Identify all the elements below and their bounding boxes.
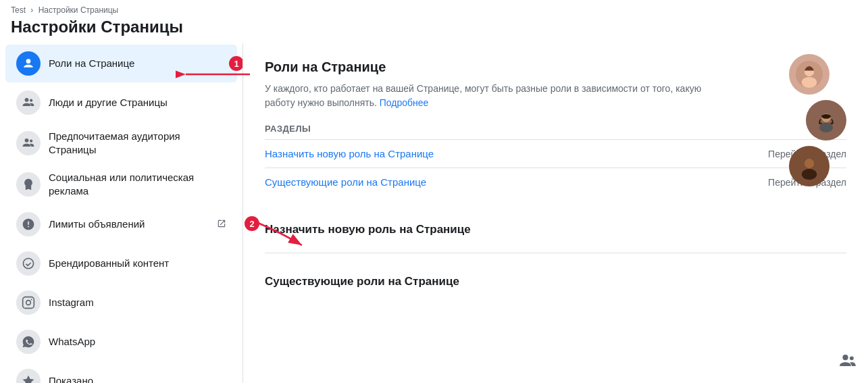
page-title: Настройки Страницы [0,16,868,43]
sidebar-label-whatsapp: WhatsApp [49,335,95,349]
content-description: У каждого, кто работает на вашей Страниц… [265,82,725,110]
avatars-row-1 [789,54,829,95]
badge-2-container: 2 [245,216,259,231]
svg-point-19 [805,159,814,168]
content-area: Роли на Странице У каждого, кто работает… [243,43,868,383]
content-block-1: Существующие роли на Странице [265,275,846,288]
sidebar-item-people-pages[interactable]: Люди и другие Страницы [5,84,237,122]
sidebar-icon-political-ads [16,172,41,197]
sidebar-label-preferred-audience: Предпочитаемая аудитория Страницы [49,130,226,156]
content-title: Роли на Странице [265,59,725,75]
svg-point-13 [819,123,833,132]
sidebar-label-branded-content: Брендированный контент [49,257,169,270]
sidebar-item-political-ads[interactable]: Социальная или политическая реклама [5,164,237,204]
breadcrumb: Test › Настройки Страницы [0,0,868,16]
svg-point-10 [802,77,817,88]
svg-point-20 [802,169,817,180]
svg-point-4 [30,139,32,142]
sidebar-item-ad-limits[interactable]: Лимиты объявлений [5,205,237,243]
content-description-text: У каждого, кто работает на вашей Страниц… [265,83,701,108]
content-header: Роли на Странице У каждого, кто работает… [265,59,846,110]
svg-point-1 [25,98,29,102]
external-link-icon [217,219,226,230]
svg-rect-5 [23,297,34,309]
svg-point-7 [31,299,32,300]
svg-rect-16 [820,123,822,124]
sidebar-item-branded-content[interactable]: Брендированный контент [5,245,237,282]
sections-label: Разделы [265,124,846,134]
avatars-row-3 [789,146,829,186]
section-link-0[interactable]: Назначить новую роль на Странице [265,148,434,159]
sidebar-icon-ad-limits [16,212,41,236]
avatars-row-2 [806,100,846,141]
content-more-link[interactable]: Подробнее [380,97,429,108]
sidebar-icon-instagram [16,290,41,315]
svg-point-23 [850,356,854,360]
content-block-title-0: Назначить новую роль на Странице [265,223,846,236]
avatars-decoration [772,54,846,186]
content-block-title-1: Существующие роли на Странице [265,275,846,288]
sidebar-item-page-roles[interactable]: Роли на Странице 1 [5,45,237,82]
section-row-1: Существующие роли на Странице Перейти в … [265,168,846,196]
avatar-3 [789,146,829,186]
sidebar-label-instagram: Instagram [49,296,94,309]
sidebar-label-ad-limits: Лимиты объявлений [49,218,145,231]
content-divider-0 [265,253,846,253]
svg-point-22 [842,355,848,360]
sidebar-icon-page-roles [16,51,41,76]
svg-rect-17 [830,123,832,124]
breadcrumb-test[interactable]: Test [11,5,26,15]
people-icon-bottom [838,352,857,375]
breadcrumb-separator: › [30,5,33,15]
arrow-2-svg [255,220,309,250]
breadcrumb-current: Настройки Страницы [39,5,119,15]
sidebar-item-instagram[interactable]: Instagram [5,284,237,322]
section-link-1[interactable]: Существующие роли на Странице [265,176,426,188]
svg-point-6 [26,301,31,305]
badge-1: 1 [229,56,243,71]
content-block-0: 2 Назначить новую роль на Странице [265,223,846,236]
sidebar-icon-whatsapp [16,330,41,354]
sidebar-icon-branded-content [16,251,41,276]
sidebar-label-people-pages: Люди и другие Страницы [49,96,168,109]
svg-point-2 [30,99,32,102]
sidebar-label-featured: Показано [49,374,93,383]
sidebar-icon-preferred-audience [16,131,41,155]
sidebar-icon-featured [16,369,41,383]
avatar-1 [789,54,829,95]
sidebar: Роли на Странице 1 Люди и другие Страниц… [0,43,243,383]
sidebar-item-preferred-audience[interactable]: Предпочитаемая аудитория Страницы [5,123,237,163]
sidebar-item-whatsapp[interactable]: WhatsApp [5,323,237,361]
svg-point-0 [26,59,31,63]
section-row-0: Назначить новую роль на Странице Перейти… [265,139,846,168]
svg-point-3 [25,138,29,142]
sidebar-label-political-ads: Социальная или политическая реклама [49,171,226,197]
sidebar-label-page-roles: Роли на Странице [49,57,134,70]
sidebar-icon-people-pages [16,91,41,115]
sidebar-item-featured[interactable]: Показано [5,362,237,383]
main-layout: Роли на Странице 1 Люди и другие Страниц… [0,43,868,383]
avatar-2 [806,100,846,141]
